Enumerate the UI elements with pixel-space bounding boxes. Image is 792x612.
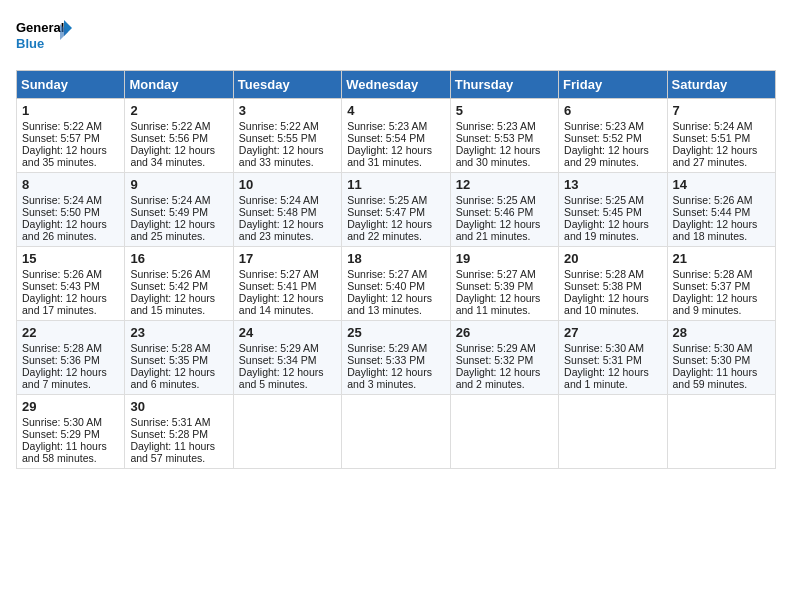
sunset-label: Sunset: 5:48 PM [239, 206, 317, 218]
daylight-label: Daylight: 12 hours and 29 minutes. [564, 144, 649, 168]
day-cell-5: 5Sunrise: 5:23 AMSunset: 5:53 PMDaylight… [450, 99, 558, 173]
sunset-label: Sunset: 5:38 PM [564, 280, 642, 292]
day-number: 13 [564, 177, 661, 192]
sunset-label: Sunset: 5:33 PM [347, 354, 425, 366]
sunrise-label: Sunrise: 5:31 AM [130, 416, 210, 428]
sunset-label: Sunset: 5:29 PM [22, 428, 100, 440]
sunrise-label: Sunrise: 5:26 AM [22, 268, 102, 280]
day-cell-2: 2Sunrise: 5:22 AMSunset: 5:56 PMDaylight… [125, 99, 233, 173]
day-cell-24: 24Sunrise: 5:29 AMSunset: 5:34 PMDayligh… [233, 321, 341, 395]
day-cell-17: 17Sunrise: 5:27 AMSunset: 5:41 PMDayligh… [233, 247, 341, 321]
daylight-label: Daylight: 11 hours and 57 minutes. [130, 440, 215, 464]
daylight-label: Daylight: 12 hours and 22 minutes. [347, 218, 432, 242]
day-cell-19: 19Sunrise: 5:27 AMSunset: 5:39 PMDayligh… [450, 247, 558, 321]
day-cell-14: 14Sunrise: 5:26 AMSunset: 5:44 PMDayligh… [667, 173, 775, 247]
day-cell-25: 25Sunrise: 5:29 AMSunset: 5:33 PMDayligh… [342, 321, 450, 395]
day-cell-empty-4-5 [559, 395, 667, 469]
daylight-label: Daylight: 12 hours and 10 minutes. [564, 292, 649, 316]
sunrise-label: Sunrise: 5:27 AM [239, 268, 319, 280]
day-cell-7: 7Sunrise: 5:24 AMSunset: 5:51 PMDaylight… [667, 99, 775, 173]
column-header-friday: Friday [559, 71, 667, 99]
daylight-label: Daylight: 12 hours and 33 minutes. [239, 144, 324, 168]
day-number: 12 [456, 177, 553, 192]
sunrise-label: Sunrise: 5:26 AM [130, 268, 210, 280]
daylight-label: Daylight: 12 hours and 18 minutes. [673, 218, 758, 242]
sunset-label: Sunset: 5:30 PM [673, 354, 751, 366]
column-header-thursday: Thursday [450, 71, 558, 99]
page-header: General Blue [16, 16, 776, 60]
daylight-label: Daylight: 12 hours and 23 minutes. [239, 218, 324, 242]
daylight-label: Daylight: 12 hours and 14 minutes. [239, 292, 324, 316]
day-cell-6: 6Sunrise: 5:23 AMSunset: 5:52 PMDaylight… [559, 99, 667, 173]
sunrise-label: Sunrise: 5:30 AM [673, 342, 753, 354]
day-cell-empty-4-3 [342, 395, 450, 469]
day-number: 17 [239, 251, 336, 266]
daylight-label: Daylight: 12 hours and 34 minutes. [130, 144, 215, 168]
day-cell-23: 23Sunrise: 5:28 AMSunset: 5:35 PMDayligh… [125, 321, 233, 395]
day-cell-12: 12Sunrise: 5:25 AMSunset: 5:46 PMDayligh… [450, 173, 558, 247]
sunset-label: Sunset: 5:28 PM [130, 428, 208, 440]
sunset-label: Sunset: 5:35 PM [130, 354, 208, 366]
sunset-label: Sunset: 5:47 PM [347, 206, 425, 218]
sunset-label: Sunset: 5:31 PM [564, 354, 642, 366]
sunrise-label: Sunrise: 5:28 AM [564, 268, 644, 280]
sunset-label: Sunset: 5:40 PM [347, 280, 425, 292]
sunset-label: Sunset: 5:41 PM [239, 280, 317, 292]
sunrise-label: Sunrise: 5:28 AM [673, 268, 753, 280]
daylight-label: Daylight: 12 hours and 31 minutes. [347, 144, 432, 168]
sunset-label: Sunset: 5:43 PM [22, 280, 100, 292]
day-cell-empty-4-4 [450, 395, 558, 469]
day-number: 7 [673, 103, 770, 118]
day-cell-22: 22Sunrise: 5:28 AMSunset: 5:36 PMDayligh… [17, 321, 125, 395]
sunrise-label: Sunrise: 5:24 AM [673, 120, 753, 132]
day-cell-15: 15Sunrise: 5:26 AMSunset: 5:43 PMDayligh… [17, 247, 125, 321]
day-cell-empty-4-6 [667, 395, 775, 469]
day-number: 10 [239, 177, 336, 192]
day-number: 27 [564, 325, 661, 340]
sunset-label: Sunset: 5:46 PM [456, 206, 534, 218]
sunset-label: Sunset: 5:45 PM [564, 206, 642, 218]
sunrise-label: Sunrise: 5:25 AM [564, 194, 644, 206]
day-cell-8: 8Sunrise: 5:24 AMSunset: 5:50 PMDaylight… [17, 173, 125, 247]
day-cell-18: 18Sunrise: 5:27 AMSunset: 5:40 PMDayligh… [342, 247, 450, 321]
day-number: 20 [564, 251, 661, 266]
sunset-label: Sunset: 5:52 PM [564, 132, 642, 144]
sunrise-label: Sunrise: 5:28 AM [22, 342, 102, 354]
day-cell-21: 21Sunrise: 5:28 AMSunset: 5:37 PMDayligh… [667, 247, 775, 321]
sunrise-label: Sunrise: 5:27 AM [347, 268, 427, 280]
day-number: 22 [22, 325, 119, 340]
sunrise-label: Sunrise: 5:22 AM [130, 120, 210, 132]
daylight-label: Daylight: 12 hours and 3 minutes. [347, 366, 432, 390]
sunrise-label: Sunrise: 5:29 AM [456, 342, 536, 354]
day-cell-26: 26Sunrise: 5:29 AMSunset: 5:32 PMDayligh… [450, 321, 558, 395]
daylight-label: Daylight: 12 hours and 6 minutes. [130, 366, 215, 390]
day-cell-27: 27Sunrise: 5:30 AMSunset: 5:31 PMDayligh… [559, 321, 667, 395]
daylight-label: Daylight: 12 hours and 5 minutes. [239, 366, 324, 390]
sunset-label: Sunset: 5:54 PM [347, 132, 425, 144]
day-number: 1 [22, 103, 119, 118]
daylight-label: Daylight: 12 hours and 2 minutes. [456, 366, 541, 390]
sunset-label: Sunset: 5:53 PM [456, 132, 534, 144]
day-number: 9 [130, 177, 227, 192]
sunrise-label: Sunrise: 5:27 AM [456, 268, 536, 280]
sunrise-label: Sunrise: 5:24 AM [130, 194, 210, 206]
header-row: SundayMondayTuesdayWednesdayThursdayFrid… [17, 71, 776, 99]
daylight-label: Daylight: 12 hours and 7 minutes. [22, 366, 107, 390]
day-number: 29 [22, 399, 119, 414]
sunrise-label: Sunrise: 5:25 AM [347, 194, 427, 206]
day-cell-10: 10Sunrise: 5:24 AMSunset: 5:48 PMDayligh… [233, 173, 341, 247]
day-number: 26 [456, 325, 553, 340]
sunrise-label: Sunrise: 5:25 AM [456, 194, 536, 206]
day-number: 30 [130, 399, 227, 414]
daylight-label: Daylight: 12 hours and 27 minutes. [673, 144, 758, 168]
day-number: 16 [130, 251, 227, 266]
daylight-label: Daylight: 12 hours and 11 minutes. [456, 292, 541, 316]
daylight-label: Daylight: 12 hours and 9 minutes. [673, 292, 758, 316]
day-number: 4 [347, 103, 444, 118]
calendar-table: SundayMondayTuesdayWednesdayThursdayFrid… [16, 70, 776, 469]
day-cell-11: 11Sunrise: 5:25 AMSunset: 5:47 PMDayligh… [342, 173, 450, 247]
sunrise-label: Sunrise: 5:30 AM [564, 342, 644, 354]
sunset-label: Sunset: 5:49 PM [130, 206, 208, 218]
daylight-label: Daylight: 12 hours and 21 minutes. [456, 218, 541, 242]
sunrise-label: Sunrise: 5:30 AM [22, 416, 102, 428]
